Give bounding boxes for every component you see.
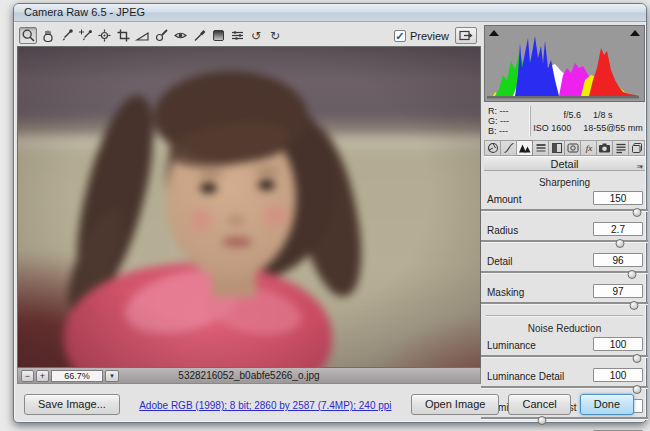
preferences-icon[interactable] (228, 27, 246, 44)
section-divider (486, 315, 643, 317)
aperture-value: f/5.6 (563, 110, 581, 120)
radius-value-input[interactable]: 2.7 (593, 222, 643, 236)
luminance-value-input[interactable]: 100 (593, 337, 643, 351)
targeted-adjustment-tool-icon[interactable] (95, 27, 113, 44)
tab-detail[interactable] (517, 140, 533, 156)
photo-vignette (18, 47, 480, 367)
iso-value: ISO 1600 (533, 123, 571, 133)
masking-value-input[interactable]: 97 (593, 284, 643, 298)
straighten-tool-icon[interactable] (133, 27, 151, 44)
workflow-options-link[interactable]: Adobe RGB (1998); 8 bit; 2860 by 2587 (7… (139, 400, 391, 411)
tab-hsl-grayscale[interactable] (533, 140, 549, 156)
masking-slider-thumb[interactable] (629, 301, 638, 310)
workflow-options: Adobe RGB (1998); 8 bit; 2860 by 2587 (7… (120, 395, 411, 413)
slider-detail: Detail 96 (486, 253, 643, 277)
luminance-slider-thumb[interactable] (632, 354, 641, 363)
detail-slider-thumb[interactable] (628, 270, 637, 279)
image-preview[interactable] (17, 46, 481, 368)
white-balance-tool-icon[interactable] (57, 27, 75, 44)
exif-info: R: --- G: --- B: --- f/5.61/8 s ISO 1600… (484, 102, 645, 139)
amount-slider-thumb[interactable] (632, 208, 641, 217)
slider-label: Detail (486, 256, 513, 267)
toggle-fullscreen-icon (459, 30, 473, 41)
sharpening-heading: Sharpening (486, 177, 643, 188)
title-bar[interactable]: Camera Raw 6.5 - JPEG (14, 4, 646, 22)
zoom-level-dropdown-icon[interactable]: ▼ (105, 370, 119, 382)
camera-raw-dialog: Camera Raw 6.5 - JPEG (13, 3, 647, 423)
slider-label: Radius (486, 225, 518, 236)
preview-status-bar: − + 66.7% ▼ 5328216052_b0abfe5266_o.jpg (17, 368, 481, 384)
adjustment-brush-tool-icon[interactable] (190, 27, 208, 44)
preview-toggle[interactable]: ✓ Preview (394, 30, 449, 42)
radius-slider-thumb[interactable] (616, 239, 625, 248)
spot-removal-tool-icon[interactable] (152, 27, 170, 44)
rotate-right-icon[interactable]: ↻ (266, 27, 284, 44)
preview-checkbox[interactable]: ✓ (394, 30, 406, 42)
done-button[interactable]: Done (580, 394, 634, 415)
tab-split-toning[interactable] (549, 140, 565, 156)
cancel-button[interactable]: Cancel (508, 394, 570, 415)
save-image-button[interactable]: Save Image... (24, 394, 120, 415)
color-sampler-tool-icon[interactable] (76, 27, 94, 44)
panel-title: Detail (550, 158, 578, 170)
preview-label: Preview (410, 30, 449, 42)
histogram[interactable] (484, 25, 645, 102)
amount-value-input[interactable]: 150 (593, 191, 643, 205)
tab-lens-corrections[interactable] (565, 140, 581, 156)
camera-settings: f/5.61/8 s ISO 160018-55@55 mm (531, 106, 645, 136)
dialog-footer: Save Image... Adobe RGB (1998); 8 bit; 2… (14, 388, 646, 422)
hand-tool-icon[interactable] (38, 27, 56, 44)
svg-text:fx: fx (585, 143, 592, 153)
adjustments-panel: R: --- G: --- B: --- f/5.61/8 s ISO 1600… (484, 25, 645, 388)
rotate-left-icon[interactable]: ↺ (247, 27, 265, 44)
panel-menu-icon[interactable]: ≡▾ (636, 160, 642, 174)
panel-tabs: fx (484, 140, 645, 156)
rgb-readout: R: --- G: --- B: --- (484, 106, 530, 136)
tab-camera-calibration[interactable] (597, 140, 613, 156)
zoom-in-button[interactable]: + (36, 370, 49, 382)
open-image-button[interactable]: Open Image (411, 394, 500, 415)
slider-amount: Amount 150 (486, 191, 643, 215)
preview-column: ↺ ↻ ✓ Preview (17, 25, 481, 388)
zoom-out-button[interactable]: − (21, 370, 34, 382)
luminance-detail-value-input[interactable]: 100 (593, 368, 643, 382)
slider-luminance: Luminance 100 (486, 337, 643, 361)
lens-value: 18-55@55 mm (583, 123, 643, 133)
toggle-fullscreen-button[interactable] (455, 27, 477, 44)
tab-basic[interactable] (484, 140, 501, 156)
shutter-value: 1/8 s (593, 110, 613, 120)
slider-label: Masking (486, 287, 524, 298)
slider-label: Amount (486, 194, 521, 205)
zoom-tool-icon[interactable] (19, 27, 37, 44)
slider-label: Luminance Detail (486, 371, 564, 382)
slider-masking: Masking 97 (486, 284, 643, 308)
dialog-content: ↺ ↻ ✓ Preview (14, 23, 646, 388)
panel-title-bar: Detail ≡▾ (484, 156, 645, 171)
tab-tone-curve[interactable] (501, 140, 517, 156)
graduated-filter-tool-icon[interactable] (209, 27, 227, 44)
detail-value-input[interactable]: 96 (593, 253, 643, 267)
tab-presets[interactable] (613, 140, 629, 156)
window-title: Camera Raw 6.5 - JPEG (24, 6, 145, 18)
red-eye-removal-tool-icon[interactable] (171, 27, 189, 44)
zoom-level-select[interactable]: 66.7% (51, 370, 103, 382)
slider-label: Luminance (486, 340, 536, 351)
tools-toolbar: ↺ ↻ ✓ Preview (17, 25, 481, 46)
tab-effects[interactable]: fx (581, 140, 597, 156)
noise-reduction-heading: Noise Reduction (486, 323, 643, 334)
slider-radius: Radius 2.7 (486, 222, 643, 246)
crop-tool-icon[interactable] (114, 27, 132, 44)
action-buttons: Open Image Cancel Done (411, 394, 634, 415)
tab-snapshots[interactable] (629, 140, 645, 156)
